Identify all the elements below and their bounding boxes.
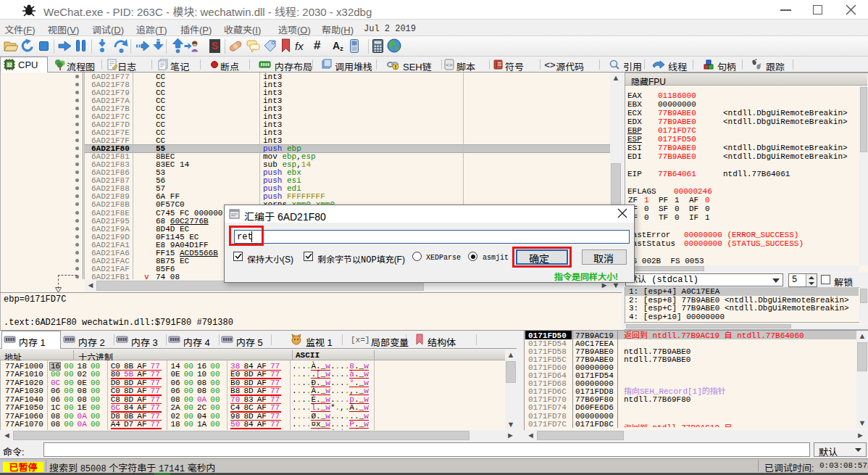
svg-text:<>: <> xyxy=(544,60,556,71)
svg-text:<>: <> xyxy=(446,62,453,68)
svg-text:!: ! xyxy=(395,65,396,70)
svg-text:32: 32 xyxy=(7,62,12,67)
